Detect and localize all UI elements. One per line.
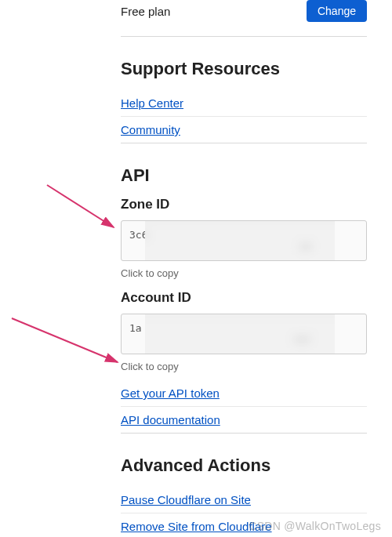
account-id-copy-hint: Click to copy [121,361,367,372]
api-links: Get your API token API documentation [121,380,367,434]
plan-row: Free plan Change [121,0,367,37]
community-link[interactable]: Community [121,117,367,143]
zone-id-blur [145,221,335,260]
get-api-token-link[interactable]: Get your API token [121,380,367,407]
support-resources-heading: Support Resources [121,59,367,79]
help-center-link[interactable]: Help Center [121,90,367,117]
pause-cloudflare-link[interactable]: Pause Cloudflare on Site [121,487,367,513]
advanced-actions-heading: Advanced Actions [121,455,367,476]
account-id-field[interactable]: 1a xxxxxxxxxxxxxxxxxxxxxxxxxxxxxxxx 76f [121,314,367,354]
account-id-label: Account ID [121,290,367,306]
advanced-links: Pause Cloudflare on Site Remove Site fro… [121,487,367,537]
zone-id-copy-hint: Click to copy [121,267,367,279]
zone-id-label: Zone ID [121,197,367,212]
api-heading: API [121,165,367,186]
account-id-blur [145,314,335,354]
api-documentation-link[interactable]: API documentation [121,407,367,434]
zone-id-field[interactable]: 3c6 xxxxxxxxxxxxxxxxxxxxxxxxxxxxxxxx 2d [121,220,367,261]
account-id-prefix: 1a [129,322,142,334]
remove-site-link[interactable]: Remove Site from Cloudflare [121,513,367,537]
change-plan-button[interactable]: Change [307,0,367,22]
plan-label: Free plan [121,5,170,18]
support-links: Help Center Community [121,90,367,143]
